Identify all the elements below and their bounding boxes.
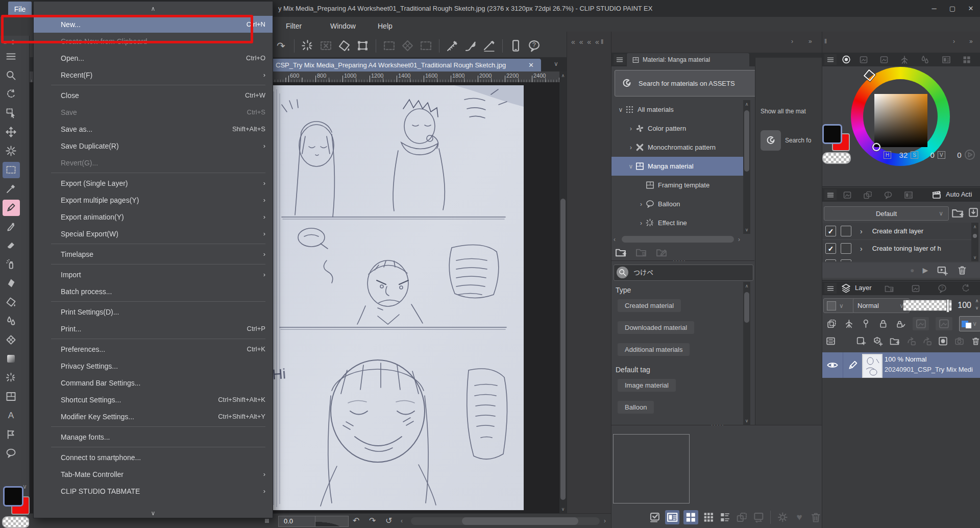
type-tag[interactable]: Created material — [611, 299, 743, 317]
eraser-tool[interactable] — [0, 236, 22, 255]
rename-folder-icon[interactable] — [655, 246, 668, 258]
rotate-left-icon[interactable]: ↶ — [353, 516, 359, 525]
select-materials-icon[interactable] — [648, 511, 661, 524]
rotate-right-icon[interactable]: ↷ — [369, 516, 376, 525]
auto-action-tab-label[interactable]: Auto Acti — [946, 190, 979, 198]
tone-tool[interactable] — [0, 330, 22, 349]
tree-item-manga-material[interactable]: ∨Manga material — [611, 157, 743, 176]
pencil-tool[interactable] — [0, 198, 22, 217]
smartphone-icon[interactable] — [509, 39, 523, 53]
move-layer-tool[interactable] — [0, 123, 22, 141]
auto-action-menu-icon[interactable] — [824, 189, 837, 200]
tree-item-monochromatic-pattern[interactable]: ›Monochromatic pattern — [611, 138, 743, 157]
dock-expand-all-icon[interactable]: » — [969, 38, 974, 45]
opacity-value[interactable]: 100 — [953, 298, 971, 312]
file-menu-item[interactable]: Manage fonts... — [34, 428, 273, 445]
balloon-tab-icon[interactable] — [883, 190, 894, 200]
tree-item-all-materials[interactable]: ∨All materials — [611, 100, 743, 119]
new-raster-layer-icon[interactable] — [855, 335, 866, 347]
delete-action-icon[interactable] — [957, 265, 968, 276]
layer-mask-icon[interactable] — [938, 335, 948, 347]
pen-tool[interactable] — [0, 217, 22, 236]
file-menu-item[interactable]: Batch process... — [34, 283, 273, 300]
tree-expand-icon[interactable]: › — [637, 220, 645, 227]
file-menu-item[interactable]: Export animation(Y)› — [34, 208, 273, 225]
sv-square[interactable] — [874, 94, 927, 147]
select-source-icon[interactable] — [913, 317, 929, 330]
text-tool[interactable]: A — [0, 406, 22, 425]
layer-color-dropdown[interactable]: ∨ — [959, 316, 980, 331]
blend-mode-dropdown[interactable]: Normal∨ — [853, 298, 910, 313]
favorite-icon[interactable]: ♥ — [793, 511, 806, 524]
tag-label[interactable]: Additional materials — [618, 343, 690, 356]
filter-scroll-up-icon[interactable]: ∧ — [743, 282, 750, 290]
rotation-value[interactable]: 0.0 — [278, 516, 318, 527]
dock-expand-icon[interactable]: › — [791, 38, 794, 45]
add-action-set-icon[interactable] — [951, 206, 964, 220]
transform-icon[interactable] — [356, 39, 370, 53]
file-menu-item[interactable]: CloseCtrl+W — [34, 87, 273, 104]
scroll-down-icon[interactable]: ∨ — [559, 505, 567, 513]
menu-filter[interactable]: Filter — [286, 17, 302, 36]
layer-folder-tab-icon[interactable] — [884, 283, 895, 294]
tree-scroll-left-icon[interactable]: ‹ — [614, 236, 617, 243]
material-list-item-label[interactable]: Search fo — [785, 137, 822, 144]
transparent-swatch[interactable] — [822, 152, 851, 164]
file-menu-item[interactable]: Export (Single Layer)› — [34, 175, 273, 191]
transfer-layer-icon[interactable] — [906, 335, 917, 347]
file-menu-item[interactable]: Special Export(W)› — [34, 225, 273, 242]
grip-icon[interactable]: ‖ — [12, 39, 15, 46]
layer-template-tab-icon[interactable] — [910, 283, 921, 294]
type-tag[interactable]: Additional materials — [611, 343, 743, 361]
gradient-tool[interactable] — [0, 349, 22, 368]
dock-expand-icon[interactable]: › — [953, 38, 956, 45]
eyedropper-tool[interactable] — [0, 179, 22, 198]
select-area-icon[interactable] — [401, 39, 414, 53]
color-wheel-tab-icon[interactable] — [841, 54, 852, 65]
tree-item-color-pattern[interactable]: ›Color pattern — [611, 119, 743, 138]
tree-expand-icon[interactable]: › — [627, 125, 635, 132]
deselect-icon[interactable] — [319, 39, 333, 53]
blend-tool[interactable] — [0, 311, 22, 330]
reference-layer-icon[interactable] — [861, 318, 871, 330]
tab-close-icon[interactable]: ✕ — [528, 59, 534, 71]
sv-cursor[interactable] — [872, 143, 880, 151]
snapshot-icon[interactable] — [954, 335, 965, 347]
action-expand-icon[interactable]: › — [860, 245, 864, 253]
color-history-tab-icon[interactable] — [941, 55, 952, 65]
tree-expand-icon[interactable]: › — [627, 144, 635, 151]
object-tool[interactable] — [0, 104, 22, 123]
auto-action-row[interactable]: ✓›Create draft layer — [822, 223, 971, 240]
replace-material-icon[interactable] — [752, 511, 765, 524]
layer-visible-icon[interactable] — [826, 359, 839, 371]
tag-label[interactable]: Image material — [618, 379, 676, 392]
tree-expand-icon[interactable]: ∨ — [627, 163, 635, 170]
hscroll-left-icon[interactable]: ‹ — [401, 517, 404, 524]
file-menu-item[interactable]: Create New from Clipboard — [34, 33, 273, 50]
tag-label[interactable]: Balloon — [618, 401, 654, 414]
file-menu-item[interactable]: Export multiple pages(Y)› — [34, 191, 273, 208]
search-assets-button[interactable]: Search for materials on ASSETS — [615, 70, 763, 97]
detail-view-icon[interactable] — [665, 510, 680, 524]
splitter-dots[interactable]: ····· — [711, 422, 725, 428]
canvas-vscroll-thumb[interactable] — [560, 199, 566, 500]
menu-scroll-down-icon[interactable]: ∨ — [34, 510, 273, 517]
palette-tab-icon[interactable] — [961, 55, 972, 65]
canvas-hscrollbar[interactable] — [411, 517, 600, 525]
canvas-hscroll-thumb[interactable] — [462, 517, 578, 525]
tree-scroll-up-icon[interactable]: ∧ — [743, 100, 750, 108]
info-tab-icon[interactable]: ? — [937, 283, 948, 294]
lock-layer-icon[interactable] — [878, 318, 889, 330]
menu-file[interactable]: File — [8, 2, 32, 17]
airbrush-tool[interactable] — [0, 255, 22, 274]
tree-scroll-down-icon[interactable]: ∨ — [743, 226, 750, 234]
marquee-tool-selected[interactable] — [3, 162, 20, 178]
auto-select-tool[interactable] — [0, 141, 22, 160]
merge-layer-icon[interactable] — [922, 335, 933, 347]
rotate-canvas-tool[interactable] — [0, 85, 22, 104]
tree-item-framing-template[interactable]: Framing template — [611, 176, 743, 195]
new-folder-icon[interactable] — [615, 246, 627, 258]
balloon-tool[interactable] — [0, 444, 22, 463]
file-menu-item[interactable]: Revert(G)... — [34, 154, 273, 171]
add-auto-action-icon[interactable] — [936, 264, 948, 276]
